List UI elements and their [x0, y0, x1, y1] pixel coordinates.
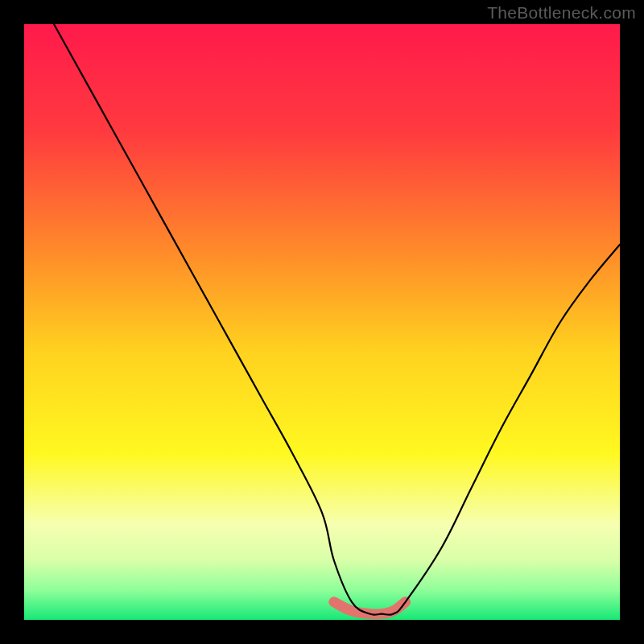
watermark-label: TheBottleneck.com — [487, 3, 636, 23]
curve-layer — [24, 24, 620, 620]
plot-area — [24, 24, 620, 620]
chart-frame: TheBottleneck.com — [0, 0, 644, 644]
bottleneck-curve — [54, 24, 620, 615]
